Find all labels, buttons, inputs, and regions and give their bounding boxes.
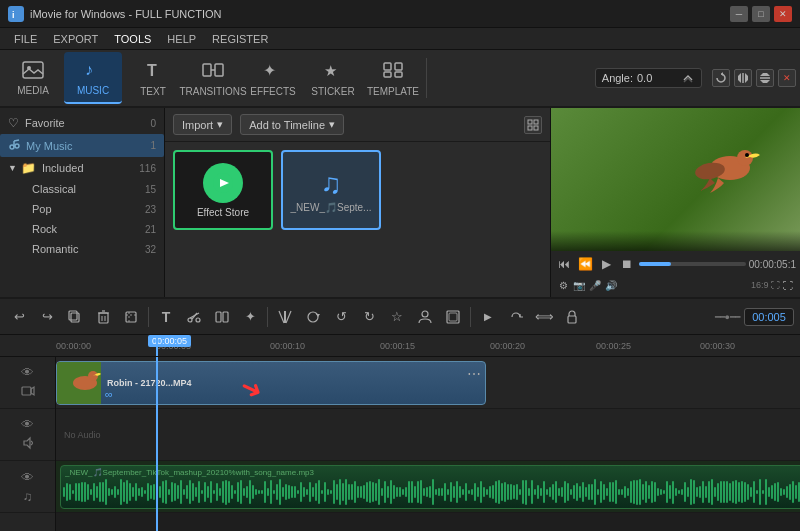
toolbar-divider [426,58,427,98]
classical-item[interactable]: Classical 15 [0,179,164,199]
my-music-item[interactable]: My Music 1 [0,134,164,157]
person-button[interactable] [412,304,438,330]
split-button[interactable] [209,304,235,330]
tab-sticker[interactable]: ★ STICKER [304,52,362,104]
transitions-icon [202,60,224,82]
play-button[interactable]: ▶ [597,255,615,273]
favorite-item[interactable]: ♡ Favorite 0 [0,112,164,134]
skip-back-button[interactable]: ⏮ [555,255,573,273]
close-button[interactable]: ✕ [774,6,792,22]
music-clip[interactable]: _NEW_🎵September_TikTok_mashup_20210%with… [60,465,800,509]
fit-button[interactable]: ⟺ [531,304,557,330]
effect-store-item[interactable]: Effect Store [173,150,273,230]
menu-help[interactable]: HELP [159,31,204,47]
pop-count: 23 [145,204,156,215]
cut-button[interactable] [181,304,207,330]
sync-button[interactable] [503,304,529,330]
reverse-button[interactable]: ↺ [328,304,354,330]
menu-tools[interactable]: TOOLS [106,31,159,47]
svg-rect-21 [528,120,532,124]
preview-panel: ⏮ ⏪ ▶ ⏹ 00:00:05:1 ⚙ 📷 🎤 🔊 16:9 ⛶ ⛶ [550,108,800,297]
eye-icon[interactable]: 👁 [21,365,34,380]
step-back-button[interactable]: ⏪ [576,255,594,273]
stop-button[interactable]: ⏹ [618,255,636,273]
music-library-icon [8,138,20,153]
music-icon: ♪ [83,59,103,81]
rock-item[interactable]: Rock 21 [0,219,164,239]
import-button[interactable]: Import ▾ [173,114,232,135]
video-track-icon[interactable] [21,384,35,400]
lock-button[interactable] [559,304,585,330]
frame-button[interactable] [440,304,466,330]
tab-media[interactable]: MEDIA [4,52,62,104]
included-count: 116 [139,163,156,174]
svg-line-44 [190,313,199,318]
svg-point-18 [15,144,19,148]
clip-more-icon[interactable]: ⋯ [467,366,481,382]
romantic-item[interactable]: Romantic 32 [0,239,164,259]
forward-button[interactable]: ↻ [356,304,382,330]
tab-text[interactable]: T TEXT [124,52,182,104]
aspect-ratio-display: 16:9 ⛶ [751,280,780,290]
menu-export[interactable]: EXPORT [45,31,106,47]
pop-item[interactable]: Pop 23 [0,199,164,219]
effect-store-label: Effect Store [197,207,249,218]
effects-icon: ✦ [262,60,284,82]
tab-music-label: MUSIC [77,85,109,96]
speaker-icon[interactable]: 🔊 [603,277,619,293]
music-file-item[interactable]: ♫ _NEW_🎵Septe... [281,150,381,230]
mic-icon[interactable]: 🎤 [587,277,603,293]
ruler-20: 00:00:20 [490,341,525,351]
settings-icon[interactable]: ⚙ [555,277,571,293]
svg-rect-13 [384,72,391,77]
crop-button[interactable] [118,304,144,330]
tab-effects[interactable]: ✦ EFFECTS [244,52,302,104]
svg-line-48 [279,311,284,323]
maximize-button[interactable]: □ [752,6,770,22]
fullscreen-button[interactable]: ⛶ [780,277,796,293]
menu-register[interactable]: REGISTER [204,31,276,47]
delete-button[interactable] [90,304,116,330]
loop-button[interactable] [300,304,326,330]
tab-template[interactable]: TEMPLATE [364,52,422,104]
svg-rect-52 [449,313,457,321]
time-code-input[interactable] [744,308,794,326]
svg-text:i: i [12,10,15,20]
delete-angle-button[interactable]: ✕ [778,69,796,87]
speed-label: ━━●━━ [715,312,740,322]
music-track-icon[interactable]: ♫ [23,489,33,504]
playhead[interactable] [156,335,158,356]
tab-transitions[interactable]: TRANSITIONS [184,52,242,104]
copy-button[interactable] [62,304,88,330]
svg-text:T: T [147,62,157,79]
angle-input[interactable] [637,72,677,84]
divider-insert-button[interactable] [272,304,298,330]
undo-button[interactable]: ↩ [6,304,32,330]
flip-v-button[interactable] [756,69,774,87]
playback-progress[interactable] [639,262,746,266]
camera-icon[interactable]: 📷 [571,277,587,293]
eye-icon-3[interactable]: 👁 [21,470,34,485]
redo-button[interactable]: ↪ [34,304,60,330]
add-timeline-label: Add to Timeline [249,119,325,131]
star-button[interactable]: ☆ [384,304,410,330]
timeline-content: 👁 👁 👁 ♫ + [0,357,800,531]
svg-rect-6 [203,64,211,76]
play-preview-button[interactable]: ▶ [475,304,501,330]
svg-rect-31 [71,313,79,322]
flip-h-button[interactable] [734,69,752,87]
extra-track-header: + [0,513,55,531]
eye-icon-2[interactable]: 👁 [21,417,34,432]
rotate-cw-button[interactable] [712,69,730,87]
angle-spinner-up-icon[interactable] [681,71,695,85]
overlay-button[interactable]: ✦ [237,304,263,330]
audio-icon[interactable] [21,436,35,452]
video-clip-robin[interactable]: Robin - 21720...MP4 ⋯ ∞ [56,361,486,405]
minimize-button[interactable]: ─ [730,6,748,22]
add-to-timeline-button[interactable]: Add to Timeline ▾ [240,114,344,135]
included-item[interactable]: ▼ 📁 Included 116 [0,157,164,179]
menu-file[interactable]: FILE [6,31,45,47]
grid-view-button[interactable] [524,116,542,134]
text-overlay-button[interactable]: T [153,304,179,330]
tab-music[interactable]: ♪ MUSIC [64,52,122,104]
